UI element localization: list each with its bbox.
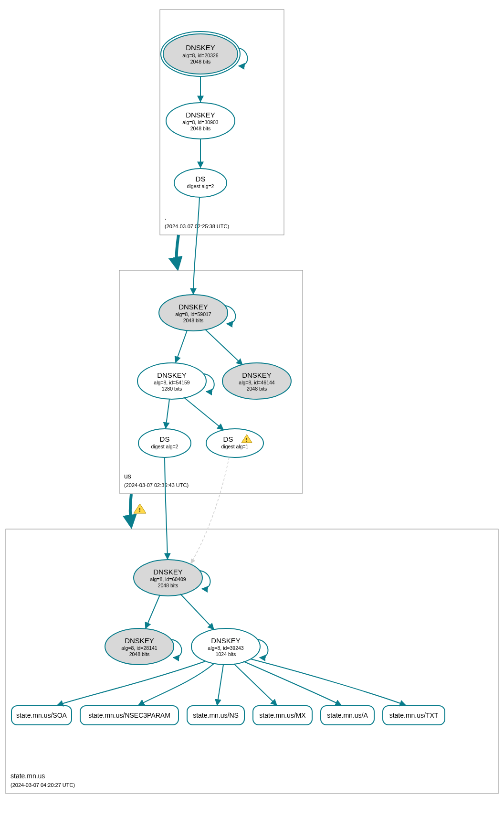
rrset-soa: state.mn.us/SOA — [11, 706, 72, 725]
zone-us-label: us — [124, 472, 131, 480]
node-us-zsk: DNSKEY alg=8, id=54159 1280 bits — [137, 363, 206, 399]
svg-text:1024 bits: 1024 bits — [216, 651, 236, 657]
svg-text:alg=8, id=28141: alg=8, id=28141 — [121, 645, 157, 651]
rrset-txt: state.mn.us/TXT — [383, 706, 445, 725]
edge-usksk-uskskb — [205, 329, 242, 365]
svg-text:!: ! — [139, 507, 141, 513]
zone-root-ts: (2024-03-07 02:25:38 UTC) — [165, 223, 229, 229]
zone-us-ts: (2024-03-07 02:36:43 UTC) — [124, 482, 189, 488]
node-st-kskb: DNSKEY alg=8, id=28141 2048 bits — [105, 628, 174, 665]
svg-text:DNSKEY: DNSKEY — [242, 371, 272, 379]
edge-usksk-uszsk — [176, 330, 187, 362]
svg-text:alg=8, id=46144: alg=8, id=46144 — [239, 380, 274, 385]
svg-text:DNSKEY: DNSKEY — [157, 371, 187, 379]
warning-icon: ! — [134, 504, 146, 513]
svg-text:state.mn.us/SOA: state.mn.us/SOA — [16, 711, 67, 719]
svg-text:2048 bits: 2048 bits — [183, 318, 204, 323]
edge-zsk-nsec — [138, 664, 214, 705]
svg-text:DNSKEY: DNSKEY — [178, 303, 208, 311]
node-us-ksk: DNSKEY alg=8, id=59017 2048 bits — [159, 295, 228, 331]
svg-text:DNSKEY: DNSKEY — [186, 111, 215, 119]
svg-text:2048 bits: 2048 bits — [190, 126, 211, 131]
zone-state-label: state.mn.us — [10, 772, 45, 780]
edge-uszsk-ds1 — [166, 399, 169, 428]
svg-point-27 — [206, 429, 263, 457]
svg-text:DNSKEY: DNSKEY — [186, 43, 215, 52]
node-root-zsk: DNSKEY alg=8, id=30903 2048 bits — [166, 103, 235, 139]
svg-text:2048 bits: 2048 bits — [190, 59, 211, 64]
edge-ds2-stksk — [191, 457, 229, 563]
node-us-ds1: DS digest alg=2 — [138, 429, 191, 457]
edge-root-ds-us-ksk — [193, 197, 200, 294]
svg-point-24 — [138, 429, 191, 457]
rrset-nsec3param: state.mn.us/NSEC3PARAM — [80, 706, 178, 725]
edge-zsk-txt — [251, 659, 406, 705]
svg-text:state.mn.us/NSEC3PARAM: state.mn.us/NSEC3PARAM — [88, 711, 170, 719]
svg-text:digest alg=2: digest alg=2 — [151, 444, 178, 449]
svg-text:alg=8, id=59017: alg=8, id=59017 — [175, 311, 211, 317]
svg-point-9 — [174, 169, 227, 197]
edge-zsk-mx — [234, 664, 277, 705]
svg-text:alg=8, id=20326: alg=8, id=20326 — [182, 53, 218, 58]
svg-text:alg=8, id=39243: alg=8, id=39243 — [208, 645, 243, 651]
svg-text:alg=8, id=30903: alg=8, id=30903 — [182, 119, 218, 125]
svg-text:2048 bits: 2048 bits — [129, 651, 150, 657]
rrset-mx: state.mn.us/MX — [253, 706, 312, 725]
node-root-ksk: DNSKEY alg=8, id=20326 2048 bits — [161, 32, 240, 76]
edge-deleg-root-us — [177, 235, 178, 268]
node-st-ksk: DNSKEY alg=8, id=60409 2048 bits — [134, 560, 202, 596]
zone-root-label: . — [165, 213, 167, 221]
edge-zsk-ns — [217, 665, 223, 705]
edge-stksk-stzsk — [180, 594, 214, 629]
node-root-ds: DS digest alg=2 — [174, 169, 227, 197]
rrset-ns: state.mn.us/NS — [187, 706, 244, 725]
svg-text:state.mn.us/TXT: state.mn.us/TXT — [389, 711, 439, 719]
svg-text:digest alg=1: digest alg=1 — [221, 444, 249, 449]
svg-text:state.mn.us/NS: state.mn.us/NS — [193, 711, 239, 719]
edge-ds1-stksk — [165, 457, 168, 559]
svg-text:state.mn.us/MX: state.mn.us/MX — [259, 711, 306, 719]
node-st-zsk: DNSKEY alg=8, id=39243 1024 bits — [191, 628, 260, 665]
node-us-kskb: DNSKEY alg=8, id=46144 2048 bits — [222, 363, 291, 399]
svg-text:1280 bits: 1280 bits — [162, 386, 182, 392]
node-us-ds2: DS digest alg=1 ! — [206, 429, 263, 457]
edge-uszsk-ds2 — [184, 397, 223, 430]
svg-text:DS: DS — [223, 435, 233, 443]
svg-text:alg=8, id=54159: alg=8, id=54159 — [154, 380, 189, 385]
edge-zsk-a — [243, 661, 341, 705]
svg-text:!: ! — [246, 437, 248, 443]
svg-text:digest alg=2: digest alg=2 — [187, 183, 214, 189]
edge-deleg-us-state — [130, 494, 131, 526]
dnssec-graph: . (2024-03-07 02:25:38 UTC) DNSKEY alg=8… — [0, 0, 504, 817]
svg-text:DS: DS — [196, 175, 206, 183]
zone-state-ts: (2024-03-07 04:20:27 UTC) — [10, 782, 75, 788]
svg-text:state.mn.us/A: state.mn.us/A — [327, 711, 368, 719]
svg-text:DNSKEY: DNSKEY — [211, 637, 241, 645]
svg-text:2048 bits: 2048 bits — [247, 386, 267, 392]
rrset-a: state.mn.us/A — [321, 706, 374, 725]
svg-text:DNSKEY: DNSKEY — [153, 568, 183, 576]
svg-text:DNSKEY: DNSKEY — [125, 637, 154, 645]
svg-text:2048 bits: 2048 bits — [158, 583, 178, 588]
svg-text:alg=8, id=60409: alg=8, id=60409 — [150, 576, 186, 582]
edge-stksk-stkskb — [146, 595, 160, 628]
zone-state-box — [6, 529, 498, 794]
svg-text:DS: DS — [160, 435, 170, 443]
